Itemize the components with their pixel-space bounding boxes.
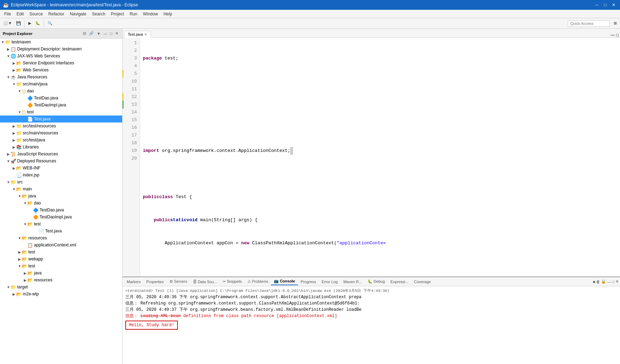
minimize-panel-button[interactable]: — bbox=[102, 31, 108, 36]
menu-navigate[interactable]: Navigate bbox=[67, 11, 89, 17]
toggle-sei[interactable]: ▶ bbox=[12, 61, 16, 65]
toggle-jr[interactable]: ▼ bbox=[6, 75, 11, 79]
tree-item-webinf[interactable]: ▶ 📂 WEB-INF bbox=[0, 164, 122, 172]
toggle-deployed[interactable]: ▼ bbox=[6, 159, 11, 163]
editor-area[interactable]: 1 2 3 4 5 10 11 12 13 14 15 16 17 18 19 … bbox=[123, 38, 620, 276]
tab-problems[interactable]: ⚠ Problems bbox=[245, 278, 271, 285]
tree-item-srctest[interactable]: ▶ 📁 src/test/resources bbox=[0, 122, 122, 130]
tree-item-m2ewtp[interactable]: ▶ 📂 m2e-wtp bbox=[0, 290, 122, 298]
toggle-testmaven[interactable]: ▼ bbox=[1, 40, 5, 44]
toggle-src[interactable]: ▼ bbox=[6, 180, 11, 184]
editor-maximize-button[interactable]: □ bbox=[616, 33, 619, 37]
tree-item-webapp[interactable]: ▶ 📂 webapp bbox=[0, 255, 122, 262]
editor-minimize-button[interactable]: — bbox=[611, 33, 615, 37]
tree-item-java[interactable]: ▼ 📂 java bbox=[0, 192, 122, 200]
toggle-smj[interactable]: ▼ bbox=[12, 82, 16, 86]
tree-item-deployment[interactable]: ▶ 📋 Deployment Descriptor: testmaven bbox=[0, 46, 122, 52]
menu-run[interactable]: Run bbox=[127, 11, 140, 17]
tab-snippets[interactable]: ✂ Snippets bbox=[220, 278, 245, 285]
toggle-webapp[interactable]: ▶ bbox=[18, 257, 22, 261]
code-editor[interactable]: package test; import org.springframework… bbox=[140, 38, 620, 276]
tree-item-jaxws[interactable]: ▼ 🌐 JAX-WS Web Services bbox=[0, 52, 122, 59]
tab-expressions[interactable]: Expressi... bbox=[388, 279, 411, 285]
toolbar-debug[interactable]: 🐛 bbox=[34, 20, 42, 27]
tree-item-dao[interactable]: ▼ ◫ dao bbox=[0, 88, 122, 94]
tab-markers[interactable]: Markers bbox=[124, 279, 144, 285]
toggle-ws[interactable]: ▶ bbox=[12, 68, 16, 72]
console-clear-button[interactable]: 🗑 bbox=[596, 280, 600, 284]
tree-item-testdao2[interactable]: 🔷 TestDao.java bbox=[0, 206, 122, 214]
toggle-test3[interactable]: ▶ bbox=[18, 250, 22, 254]
toggle-test2[interactable]: ▼ bbox=[23, 222, 27, 226]
toggle-libs[interactable]: ▶ bbox=[12, 145, 16, 149]
toggle-target[interactable]: ▼ bbox=[6, 285, 11, 289]
menu-search[interactable]: Search bbox=[89, 11, 108, 17]
tree-item-target[interactable]: ▼ 📁 target bbox=[0, 284, 122, 290]
tree-item-libraries[interactable]: ▶ 📚 Libraries bbox=[0, 144, 122, 150]
toggle-resources3[interactable]: ▶ bbox=[23, 278, 27, 282]
tree-item-resources[interactable]: ▼ 📂 resources bbox=[0, 234, 122, 241]
toggle-test4[interactable]: ▼ bbox=[18, 264, 22, 268]
tree-item-resources3[interactable]: ▶ 📂 resources bbox=[0, 276, 122, 284]
tree-item-testjava[interactable]: 📄 Test.java bbox=[0, 115, 122, 122]
toolbar-run[interactable]: ▶ bbox=[27, 20, 33, 27]
tree-item-testdaoimpl[interactable]: 🔶 TestDaoImpl.java bbox=[0, 102, 122, 108]
collapse-all-button[interactable]: ⊟ bbox=[82, 31, 87, 36]
toggle-jaxws[interactable]: ▼ bbox=[6, 54, 11, 58]
console-scroll-lock[interactable]: 🔒 bbox=[601, 279, 606, 284]
toggle-dao[interactable]: ▼ bbox=[18, 89, 22, 93]
toggle-webinf[interactable]: ▶ bbox=[12, 166, 16, 170]
toggle-java3[interactable]: ▶ bbox=[23, 271, 27, 275]
menu-project[interactable]: Project bbox=[108, 11, 127, 17]
tab-console[interactable]: 📺 Console bbox=[271, 278, 298, 285]
tree-item-dao2[interactable]: ▼ 📂 dao bbox=[0, 200, 122, 206]
tree-item-indexjsp[interactable]: 📃 index.jsp bbox=[0, 172, 122, 178]
tab-close-testjava[interactable]: ✕ bbox=[144, 33, 147, 36]
tab-coverage[interactable]: Coverage bbox=[411, 279, 434, 285]
menu-refactor[interactable]: Refactor bbox=[46, 11, 67, 17]
toggle-m2ewtp[interactable]: ▶ bbox=[12, 292, 16, 296]
tree-item-test-pkg[interactable]: ▼ ◫ test bbox=[0, 108, 122, 115]
tab-errorlog[interactable]: Error Log bbox=[319, 279, 341, 285]
tree-item-deployedresources[interactable]: ▼ 🚀 Deployed Resources bbox=[0, 158, 122, 164]
toggle-srcmainres[interactable]: ▶ bbox=[12, 131, 16, 135]
tab-servers[interactable]: ⚙ Servers bbox=[167, 278, 190, 285]
tree-item-test2[interactable]: ▼ 📂 test bbox=[0, 220, 122, 227]
menu-help[interactable]: Help bbox=[161, 11, 175, 17]
tree-item-javaresources[interactable]: ▼ ☕ Java Resources bbox=[0, 74, 122, 80]
menu-edit[interactable]: Edit bbox=[14, 11, 27, 17]
toolbar-search[interactable]: 🔍 bbox=[46, 20, 54, 27]
tree-item-java3[interactable]: ▶ 📂 java bbox=[0, 270, 122, 276]
console-stop-button[interactable]: ■ bbox=[593, 280, 595, 284]
tree-item-appctx[interactable]: 📋 applicationContext.xml bbox=[0, 241, 122, 248]
tree-item-test4[interactable]: ▼ 📂 test bbox=[0, 262, 122, 270]
tree-item-srcmainresources[interactable]: ▶ 📁 src/main/resources bbox=[0, 130, 122, 136]
toggle-main[interactable]: ▼ bbox=[12, 187, 16, 191]
link-editor-button[interactable]: 🔗 bbox=[88, 31, 95, 36]
close-panel-button[interactable]: ✕ bbox=[114, 31, 119, 36]
menu-file[interactable]: File bbox=[1, 11, 14, 17]
toolbar-perspective[interactable]: ⊞ bbox=[612, 20, 619, 27]
tree-item-sei[interactable]: ▶ 📂 Service Endpoint Interfaces bbox=[0, 59, 122, 66]
close-button[interactable]: ✕ bbox=[610, 2, 617, 8]
quick-access-input[interactable] bbox=[568, 20, 610, 27]
tree-item-testmaven[interactable]: ▼ 📁 testmaven bbox=[0, 38, 122, 46]
tree-item-jsresources[interactable]: ▶ 📜 JavaScript Resources bbox=[0, 150, 122, 158]
toolbar-new[interactable]: ⬜▼ bbox=[1, 20, 14, 27]
console-maximize-button[interactable]: □ bbox=[612, 280, 614, 284]
toggle-srctestjava[interactable]: ▶ bbox=[12, 138, 16, 142]
tree-item-testdaoimpl2[interactable]: 🔶 TestDaoImpl.java bbox=[0, 214, 122, 220]
toggle-srctest[interactable]: ▶ bbox=[12, 124, 16, 128]
tab-properties[interactable]: Properties bbox=[144, 279, 167, 285]
minimize-button[interactable]: ─ bbox=[593, 2, 600, 8]
toggle-test-pkg[interactable]: ▼ bbox=[18, 110, 22, 114]
menu-window[interactable]: Window bbox=[140, 11, 161, 17]
tab-debug[interactable]: 🐛 Debug bbox=[365, 278, 388, 285]
tree-item-srctestjava[interactable]: ▶ 📁 src/test/java bbox=[0, 136, 122, 144]
tree-item-testdao[interactable]: 🔷 TestDao.java bbox=[0, 94, 122, 102]
tab-progress[interactable]: Progress bbox=[298, 279, 319, 285]
toolbar-save[interactable]: 💾 bbox=[14, 20, 23, 27]
toggle-resources[interactable]: ▼ bbox=[18, 236, 22, 240]
tree-item-testjava2[interactable]: 📄 Test.java bbox=[0, 227, 122, 234]
tab-datasources[interactable]: 🗄 Data Sou... bbox=[190, 279, 220, 285]
